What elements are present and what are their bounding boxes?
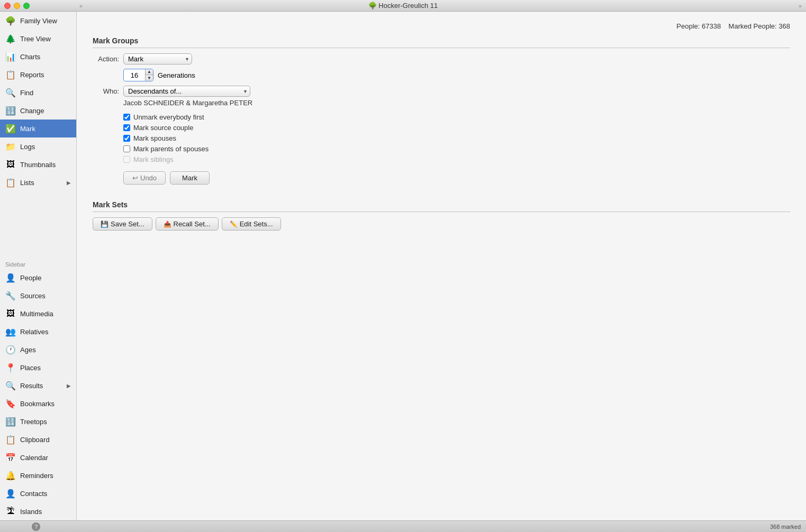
sidebar-item-change[interactable]: 🔢 Change bbox=[0, 102, 76, 120]
generations-stepper: ▲ ▼ bbox=[145, 69, 153, 81]
recall-set-button[interactable]: 📤 Recall Set... bbox=[156, 217, 219, 231]
collapse-left-icon[interactable]: » bbox=[79, 3, 83, 9]
multimedia-icon: 🖼 bbox=[5, 308, 16, 319]
sidebar-item-family-view[interactable]: 🌳 Family View bbox=[0, 12, 76, 30]
islands-icon: 🏝 bbox=[5, 506, 16, 517]
parents-spouses-label: Mark parents of spouses bbox=[133, 145, 209, 153]
generations-row: ▲ ▼ Generations bbox=[123, 69, 790, 81]
sidebar-item-people[interactable]: 👤 People bbox=[0, 269, 76, 287]
status-text: 368 marked bbox=[770, 524, 801, 530]
sidebar-item-find[interactable]: 🔍 Find bbox=[0, 84, 76, 102]
lists-arrow-icon: ▶ bbox=[67, 180, 71, 186]
close-button[interactable] bbox=[4, 3, 11, 9]
source-couple-checkbox[interactable] bbox=[123, 124, 130, 131]
save-set-button[interactable]: 💾 Save Set... bbox=[93, 217, 152, 231]
parents-spouses-checkbox[interactable] bbox=[123, 145, 130, 152]
sidebar-item-logs[interactable]: 📁 Logs bbox=[0, 137, 76, 155]
spouses-checkbox[interactable] bbox=[123, 135, 130, 142]
sidebar-item-tree-view[interactable]: 🌲 Tree View bbox=[0, 30, 76, 48]
save-set-icon: 💾 bbox=[101, 221, 108, 228]
sidebar-label-multimedia: Multimedia bbox=[20, 310, 53, 318]
collapse-right-icon[interactable]: » bbox=[799, 3, 802, 9]
checkbox-row-spouses: Mark spouses bbox=[123, 134, 790, 142]
sidebar-item-lists[interactable]: 📋 Lists ▶ bbox=[0, 173, 76, 191]
source-couple-label: Mark source couple bbox=[133, 124, 193, 132]
maximize-button[interactable] bbox=[23, 3, 30, 9]
traffic-lights[interactable] bbox=[4, 3, 30, 9]
help-button[interactable]: ? bbox=[32, 522, 40, 531]
generations-up-button[interactable]: ▲ bbox=[146, 69, 153, 75]
mark-groups-title: Mark Groups bbox=[93, 36, 790, 48]
mark-sets-section: Mark Sets 💾 Save Set... 📤 Recall Set... … bbox=[93, 200, 790, 231]
edit-sets-button[interactable]: ✏️ Edit Sets... bbox=[222, 217, 281, 231]
undo-label: Undo bbox=[140, 174, 157, 182]
edit-sets-label: Edit Sets... bbox=[240, 220, 273, 228]
sidebar-item-relatives[interactable]: 👥 Relatives bbox=[0, 323, 76, 341]
sidebar-item-ages[interactable]: 🕐 Ages bbox=[0, 341, 76, 359]
sidebar-label-logs: Logs bbox=[20, 143, 35, 151]
ages-icon: 🕐 bbox=[5, 344, 16, 355]
treetops-icon: 🔢 bbox=[5, 416, 16, 427]
sidebar-label-sources: Sources bbox=[20, 292, 46, 300]
mark-sets-title: Mark Sets bbox=[93, 200, 790, 212]
recall-set-label: Recall Set... bbox=[174, 220, 211, 228]
marked-value: 368 bbox=[778, 22, 790, 30]
generations-input[interactable] bbox=[124, 70, 145, 80]
siblings-checkbox[interactable] bbox=[123, 156, 130, 163]
mark-button-label: Mark bbox=[182, 174, 197, 182]
sidebar-label-clipboard: Clipboard bbox=[20, 436, 50, 444]
relatives-icon: 👥 bbox=[5, 326, 16, 337]
sidebar-item-thumbnails[interactable]: 🖼 Thumbnails bbox=[0, 155, 76, 173]
people-label: People: bbox=[676, 22, 700, 30]
sidebar-item-bookmarks[interactable]: 🔖 Bookmarks bbox=[0, 395, 76, 412]
places-icon: 📍 bbox=[5, 362, 16, 373]
sidebar-label-reminders: Reminders bbox=[20, 472, 53, 480]
edit-sets-icon: ✏️ bbox=[230, 221, 238, 228]
undo-icon: ↩ bbox=[132, 174, 138, 182]
reminders-icon: 🔔 bbox=[5, 470, 16, 481]
sidebar-section-label: Sidebar bbox=[0, 256, 76, 269]
sidebar-item-charts[interactable]: 📊 Charts bbox=[0, 48, 76, 66]
clipboard-icon: 📋 bbox=[5, 434, 16, 445]
sidebar-item-mark[interactable]: ✅ Mark bbox=[0, 120, 76, 137]
sidebar: 🌳 Family View 🌲 Tree View 📊 Charts 📋 Rep… bbox=[0, 12, 77, 520]
sidebar-label-find: Find bbox=[20, 89, 33, 97]
sidebar-item-reports[interactable]: 📋 Reports bbox=[0, 66, 76, 84]
sidebar-label-change: Change bbox=[20, 107, 44, 115]
sidebar-item-clipboard[interactable]: 📋 Clipboard bbox=[0, 430, 76, 448]
mark-button[interactable]: Mark bbox=[170, 171, 210, 185]
sidebar-label-places: Places bbox=[20, 364, 41, 372]
lists-icon: 📋 bbox=[5, 177, 16, 188]
sidebar-item-multimedia[interactable]: 🖼 Multimedia bbox=[0, 305, 76, 323]
people-value: 67338 bbox=[702, 22, 721, 30]
unmark-first-label: Unmark everybody first bbox=[133, 113, 204, 121]
sidebar-item-calendar[interactable]: 📅 Calendar bbox=[0, 448, 76, 466]
find-icon: 🔍 bbox=[5, 87, 16, 98]
sidebar-label-reports: Reports bbox=[20, 71, 44, 79]
sidebar-item-reminders[interactable]: 🔔 Reminders bbox=[0, 466, 76, 484]
generations-down-button[interactable]: ▼ bbox=[146, 75, 153, 81]
who-row: Who: Descendants of... Ancestors of... E… bbox=[93, 86, 790, 97]
checkbox-row-source-couple: Mark source couple bbox=[123, 124, 790, 132]
sidebar-item-contacts[interactable]: 👤 Contacts bbox=[0, 484, 76, 502]
sidebar-item-places[interactable]: 📍 Places bbox=[0, 359, 76, 377]
buttons-row: ↩ Undo Mark bbox=[123, 171, 790, 185]
sidebar-label-mark: Mark bbox=[20, 125, 35, 133]
mark-icon: ✅ bbox=[5, 123, 16, 134]
unmark-first-checkbox[interactable] bbox=[123, 114, 130, 121]
logs-icon: 📁 bbox=[5, 141, 16, 152]
marked-label: Marked People: bbox=[729, 22, 777, 30]
who-select[interactable]: Descendants of... Ancestors of... Everyo… bbox=[123, 86, 250, 97]
action-select[interactable]: Mark Unmark Invert bbox=[123, 53, 192, 65]
generations-label: Generations bbox=[158, 71, 195, 79]
undo-button[interactable]: ↩ Undo bbox=[123, 171, 166, 185]
minimize-button[interactable] bbox=[14, 3, 20, 9]
sidebar-item-sources[interactable]: 🔧 Sources bbox=[0, 287, 76, 305]
sidebar-label-tree-view: Tree View bbox=[20, 35, 51, 43]
sidebar-item-islands[interactable]: 🏝 Islands bbox=[0, 502, 76, 520]
sidebar-label-lists: Lists bbox=[20, 179, 34, 187]
sidebar-label-charts: Charts bbox=[20, 53, 40, 61]
sidebar-item-results[interactable]: 🔍 Results ▶ bbox=[0, 377, 76, 395]
sidebar-item-treetops[interactable]: 🔢 Treetops bbox=[0, 412, 76, 430]
checkbox-row-siblings: Mark siblings bbox=[123, 155, 790, 163]
